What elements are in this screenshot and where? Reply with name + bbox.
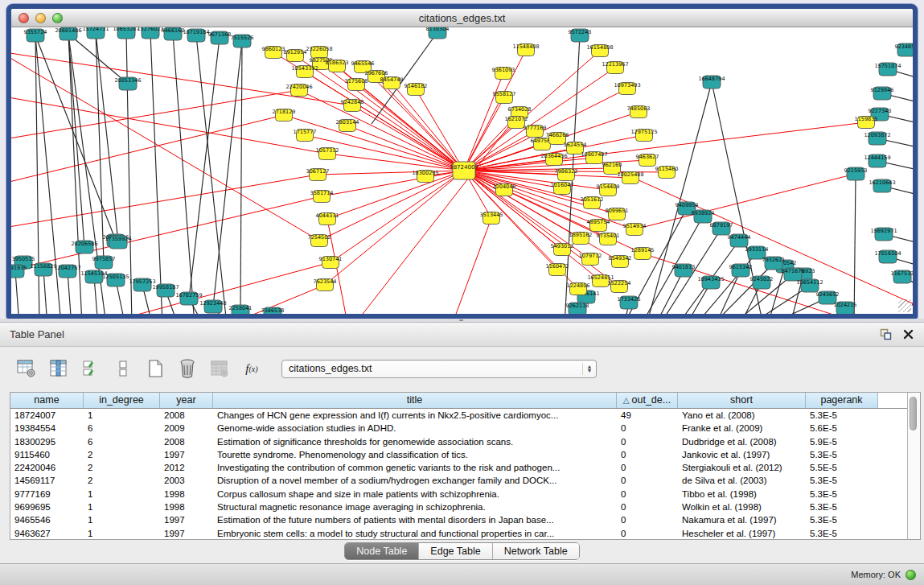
table-cell-year[interactable]: 1998 [160, 488, 213, 501]
close-window-button[interactable] [18, 13, 29, 23]
table-cell-in_degree[interactable]: 6 [84, 435, 160, 448]
table-row[interactable]: 969969511998Structural magnetic resonanc… [10, 501, 907, 513]
table-cell-short[interactable]: Stergiakouli et al. (2012) [678, 461, 806, 474]
table-cell-year[interactable]: 2008 [160, 435, 213, 448]
table-cell-out_degree[interactable]: 0 [617, 527, 678, 539]
table-cell-name[interactable]: 14569117 [10, 474, 84, 487]
select-all-icon[interactable] [80, 358, 101, 379]
table-cell-title[interactable]: Corpus callosum shape and size in male p… [213, 488, 617, 501]
scrollbar-thumb[interactable] [910, 397, 917, 431]
zoom-window-button[interactable] [52, 13, 63, 23]
table-cell-year[interactable]: 2009 [160, 422, 213, 435]
table-cell-in_degree[interactable]: 6 [84, 422, 160, 435]
table-cell-out_degree[interactable]: 0 [617, 422, 678, 435]
table-cell-name[interactable]: 9699695 [10, 501, 84, 513]
table-cell-out_degree[interactable]: 0 [617, 501, 678, 513]
column-header-short[interactable]: short [678, 393, 806, 408]
table-cell-name[interactable]: 9777169 [10, 488, 84, 501]
table-cell-short[interactable]: Yano et al. (2008) [678, 409, 806, 422]
table-cell-title[interactable]: Disruption of a novel member of a sodium… [213, 474, 617, 487]
table-cell-short[interactable]: Franke et al. (2009) [678, 422, 806, 435]
table-cell-in_degree[interactable]: 2 [84, 461, 160, 474]
tab-node-table[interactable]: Node Table [345, 543, 418, 559]
table-cell-in_degree[interactable]: 1 [84, 501, 160, 513]
table-cell-pagerank[interactable]: 5.3E-5 [806, 409, 878, 422]
table-cell-title[interactable]: Structural magnetic resonance image aver… [213, 501, 617, 513]
table-cell-title[interactable]: Genome-wide association studies in ADHD. [213, 422, 617, 435]
table-cell-title[interactable]: Estimation of significance thresholds fo… [213, 435, 617, 448]
table-cell-pagerank[interactable]: 5.3E-5 [806, 513, 878, 526]
table-vertical-scrollbar[interactable] [907, 393, 920, 539]
table-cell-name[interactable]: 18300295 [10, 435, 84, 448]
delete-table-icon[interactable] [177, 358, 198, 379]
table-row[interactable]: 1830029562008Estimation of significance … [10, 435, 907, 448]
table-cell-title[interactable]: Embryonic stem cells: a model to study s… [213, 527, 617, 539]
window-resize-grip[interactable] [898, 299, 911, 312]
table-row[interactable]: 977716911998Corpus callosum shape and si… [10, 488, 907, 501]
table-cell-pagerank[interactable]: 5.3E-5 [806, 527, 878, 539]
table-cell-pagerank[interactable]: 5.9E-5 [806, 435, 878, 448]
table-cell-year[interactable]: 2003 [160, 474, 213, 487]
column-header-pagerank[interactable]: pagerank [806, 393, 878, 408]
table-cell-name[interactable]: 9463627 [10, 527, 84, 539]
table-cell-in_degree[interactable]: 1 [84, 513, 160, 526]
table-cell-title[interactable]: Changes of HCN gene expression and I(f) … [213, 409, 617, 422]
minimize-window-button[interactable] [35, 13, 46, 23]
column-header-title[interactable]: title [213, 393, 617, 408]
table-cell-year[interactable]: 1998 [160, 501, 213, 513]
table-cell-name[interactable]: 9465546 [10, 513, 84, 526]
column-header-out-degree[interactable]: △out_de... [617, 393, 678, 408]
window-titlebar[interactable]: citations_edges.txt [11, 9, 913, 27]
table-cell-year[interactable]: 2012 [160, 461, 213, 474]
table-row[interactable]: 1456911722003Disruption of a novel membe… [10, 474, 907, 487]
table-row[interactable]: 946554611997Estimation of the future num… [10, 513, 907, 526]
table-cell-pagerank[interactable]: 5.3E-5 [806, 501, 878, 513]
table-cell-pagerank[interactable]: 5.3E-5 [806, 474, 878, 487]
select-columns-icon[interactable] [48, 358, 69, 379]
table-cell-short[interactable]: Wolkin et al. (1998) [678, 501, 806, 513]
column-header-year[interactable]: year [160, 393, 213, 408]
table-cell-in_degree[interactable]: 2 [84, 474, 160, 487]
table-cell-out_degree[interactable]: 0 [617, 461, 678, 474]
delete-column-icon[interactable] [209, 358, 230, 379]
table-cell-year[interactable]: 1997 [160, 513, 213, 526]
close-panel-icon[interactable] [901, 328, 914, 341]
table-cell-year[interactable]: 1997 [160, 527, 213, 539]
table-cell-out_degree[interactable]: 0 [617, 513, 678, 526]
table-cell-title[interactable]: Investigating the contribution of common… [213, 461, 617, 474]
table-cell-in_degree[interactable]: 2 [84, 448, 160, 461]
table-cell-pagerank[interactable]: 5.3E-5 [806, 488, 878, 501]
network-canvas[interactable]: 1872400793557242069140615724731106532871… [11, 27, 913, 314]
table-row[interactable]: 1872400712008Changes of HCN gene express… [10, 409, 907, 422]
table-settings-icon[interactable] [16, 358, 37, 379]
table-cell-year[interactable]: 2008 [160, 409, 213, 422]
float-panel-icon[interactable] [879, 328, 892, 341]
table-cell-in_degree[interactable]: 1 [84, 527, 160, 539]
column-header-in-degree[interactable]: in_degree [84, 393, 160, 408]
table-cell-out_degree[interactable]: 0 [617, 488, 678, 501]
table-cell-out_degree[interactable]: 0 [617, 474, 678, 487]
table-cell-out_degree[interactable]: 0 [617, 448, 678, 461]
table-cell-short[interactable]: de Silva et al. (2003) [678, 474, 806, 487]
table-row[interactable]: 1938455462009Genome-wide association stu… [10, 422, 907, 435]
function-builder-icon[interactable]: f(x) [241, 358, 262, 379]
table-row[interactable]: 911546021997Tourette syndrome. Phenomeno… [10, 448, 907, 461]
table-cell-year[interactable]: 1997 [160, 448, 213, 461]
table-cell-in_degree[interactable]: 1 [84, 409, 160, 422]
table-selector-dropdown[interactable]: citations_edges.txt ▲▼ [281, 360, 597, 378]
table-cell-name[interactable]: 18724007 [10, 409, 84, 422]
table-cell-name[interactable]: 22420046 [10, 461, 84, 474]
table-row[interactable]: 2242004622012Investigating the contribut… [10, 461, 907, 474]
tab-network-table[interactable]: Network Table [492, 543, 579, 559]
table-cell-name[interactable]: 9115460 [10, 448, 84, 461]
table-cell-short[interactable]: Jankovic et al. (1997) [678, 448, 806, 461]
table-cell-short[interactable]: Hescheler et al. (1997) [678, 527, 806, 539]
table-cell-name[interactable]: 19384554 [10, 422, 84, 435]
table-cell-short[interactable]: Dudbridge et al. (2008) [678, 435, 806, 448]
new-table-icon[interactable] [145, 358, 166, 379]
table-cell-short[interactable]: Tibbo et al. (1998) [678, 488, 806, 501]
table-cell-in_degree[interactable]: 1 [84, 488, 160, 501]
memory-status-indicator[interactable] [906, 570, 916, 580]
table-cell-out_degree[interactable]: 49 [617, 409, 678, 422]
column-header-name[interactable]: name [10, 393, 84, 408]
